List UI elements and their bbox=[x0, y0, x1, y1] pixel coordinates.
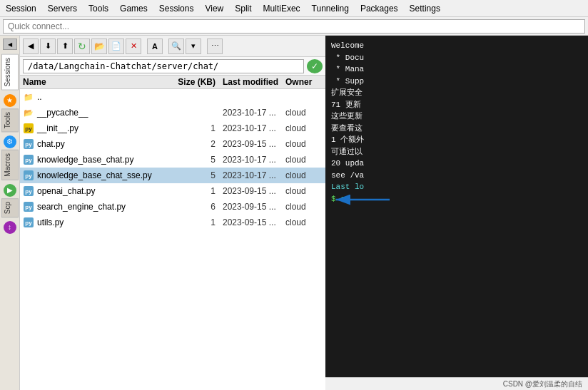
file-owner: cloud bbox=[280, 170, 323, 180]
file-modified: 2023-09-15 ... bbox=[216, 186, 280, 196]
file-list-header: Name Size (KB) Last modified Owner bbox=[20, 76, 325, 89]
file-name: search_engine_chat.py bbox=[37, 202, 166, 212]
menu-games[interactable]: Games bbox=[117, 2, 151, 15]
header-modified[interactable]: Last modified bbox=[216, 77, 280, 87]
rename-button[interactable]: A bbox=[147, 39, 163, 54]
path-ok-button[interactable]: ✓ bbox=[307, 59, 323, 73]
file-size: 1 bbox=[166, 186, 216, 196]
download-icon: ⬇ bbox=[45, 41, 51, 51]
file-name: chat.py bbox=[37, 139, 166, 149]
refresh-button[interactable]: ↻ bbox=[74, 39, 90, 54]
sessions-icon[interactable]: ★ bbox=[4, 94, 16, 107]
table-row[interactable]: py knowledge_base_chat_sse.py 5 2023-10-… bbox=[20, 168, 325, 183]
macros-icon[interactable]: ▶ bbox=[4, 184, 16, 197]
file-owner: cloud bbox=[280, 139, 323, 149]
filter-button[interactable]: ▾ bbox=[186, 39, 201, 54]
py-file-icon: py bbox=[23, 202, 34, 212]
file-name: knowledge_base_chat_sse.py bbox=[37, 170, 166, 180]
folder-icon: 📂 bbox=[94, 41, 105, 51]
folder-special-icon: 📂 bbox=[23, 108, 34, 118]
file-owner: cloud bbox=[280, 186, 323, 196]
refresh-icon: ↻ bbox=[78, 41, 86, 52]
file-toolbar: ◀ ⬇ ⬆ ↻ 📂 📄 ✕ A 🔍 ▾ ⋯ bbox=[20, 36, 325, 57]
delete-button[interactable]: ✕ bbox=[126, 39, 141, 54]
file-name: utils.py bbox=[37, 217, 166, 227]
file-name: knowledge_base_chat.py bbox=[37, 155, 166, 165]
collapse-button[interactable]: ◀ bbox=[3, 39, 17, 50]
file-owner: cloud bbox=[280, 108, 323, 118]
path-input[interactable] bbox=[23, 59, 304, 73]
file-name: __pycache__ bbox=[37, 108, 166, 118]
table-row[interactable]: py knowledge_base_chat.py 5 2023-10-17 .… bbox=[20, 152, 325, 168]
table-row[interactable]: 📂 __pycache__ 2023-10-17 ... cloud bbox=[20, 105, 325, 120]
menu-multiexec[interactable]: MultiExec bbox=[260, 2, 303, 15]
menu-tunneling[interactable]: Tunneling bbox=[309, 2, 352, 15]
file-owner: cloud bbox=[280, 217, 323, 227]
upload-button[interactable]: ⬆ bbox=[57, 39, 73, 54]
file-icon: 📄 bbox=[111, 41, 121, 51]
menu-servers[interactable]: Servers bbox=[45, 2, 80, 15]
sidebar-tab-tools[interactable]: Tools bbox=[1, 108, 19, 132]
header-owner[interactable]: Owner bbox=[280, 77, 323, 87]
back-button[interactable]: ◀ bbox=[23, 39, 39, 54]
file-modified: 2023-09-15 ... bbox=[216, 202, 280, 212]
delete-icon: ✕ bbox=[131, 41, 137, 51]
download-button[interactable]: ⬇ bbox=[40, 39, 56, 54]
sidebar-tab-scp[interactable]: Scp bbox=[1, 198, 19, 217]
file-modified: 2023-10-17 ... bbox=[216, 155, 280, 165]
py-file-icon: py bbox=[23, 170, 34, 180]
left-sidebar: ◀ Sessions ★ Tools ⚙ Macros ▶ Scp ↕ bbox=[0, 36, 20, 390]
header-name[interactable]: Name bbox=[23, 77, 166, 87]
header-size[interactable]: Size (KB) bbox=[166, 77, 216, 87]
file-name: openai_chat.py bbox=[37, 186, 166, 196]
menu-session[interactable]: Session bbox=[3, 2, 39, 15]
terminal-line: Welcome bbox=[331, 40, 582, 52]
terminal-line: 扩展安全 bbox=[331, 87, 582, 99]
rename-icon: A bbox=[152, 42, 158, 51]
terminal-line: * Docu bbox=[331, 52, 582, 64]
more-button[interactable]: ⋯ bbox=[207, 39, 223, 54]
menu-tools[interactable]: Tools bbox=[86, 2, 111, 15]
table-row[interactable]: py __init__.py 1 2023-10-17 ... cloud bbox=[20, 120, 325, 136]
terminal-panel: Welcome * Docu * Mana * Supp扩展安全71 更新这些更… bbox=[325, 36, 588, 390]
tools-icon[interactable]: ⚙ bbox=[4, 135, 16, 148]
menu-packages[interactable]: Packages bbox=[358, 2, 401, 15]
file-modified: 2023-10-17 ... bbox=[216, 170, 280, 180]
scp-icon[interactable]: ↕ bbox=[4, 221, 16, 234]
terminal-line: Last lo bbox=[331, 181, 582, 193]
terminal-line: 要查看这 bbox=[331, 123, 582, 135]
file-modified: 2023-10-17 ... bbox=[216, 123, 280, 133]
menu-bar: Session Servers Tools Games Sessions Vie… bbox=[0, 0, 588, 17]
watermark-text: CSDN @爱刘温柔的自结 bbox=[503, 379, 582, 389]
table-row[interactable]: py search_engine_chat.py 6 2023-09-15 ..… bbox=[20, 199, 325, 215]
sidebar-tab-sessions[interactable]: Sessions bbox=[1, 54, 19, 91]
newfile-button[interactable]: 📄 bbox=[108, 39, 124, 54]
table-row[interactable]: py utils.py 1 2023-09-15 ... cloud bbox=[20, 215, 325, 230]
more-icon: ⋯ bbox=[211, 41, 219, 51]
terminal-content[interactable]: Welcome * Docu * Mana * Supp扩展安全71 更新这些更… bbox=[325, 36, 588, 377]
filter-icon: ▾ bbox=[191, 41, 196, 51]
terminal-line: 这些更新 bbox=[331, 111, 582, 123]
file-name: .. bbox=[37, 92, 166, 102]
menu-view[interactable]: View bbox=[202, 2, 226, 15]
table-row[interactable]: 📁 .. bbox=[20, 89, 325, 105]
table-row[interactable]: py openai_chat.py 1 2023-09-15 ... cloud bbox=[20, 183, 325, 199]
table-row[interactable]: py chat.py 2 2023-09-15 ... cloud bbox=[20, 136, 325, 152]
menu-split[interactable]: Split bbox=[232, 2, 254, 15]
back-icon: ◀ bbox=[28, 41, 34, 51]
quick-connect-input[interactable] bbox=[3, 19, 585, 34]
py-file-icon: py bbox=[23, 186, 34, 196]
bottom-bar: CSDN @爱刘温柔的自结 bbox=[325, 377, 588, 390]
newfolder-button[interactable]: 📂 bbox=[91, 39, 107, 54]
terminal-line: * Supp bbox=[331, 76, 582, 88]
menu-sessions[interactable]: Sessions bbox=[156, 2, 197, 15]
file-size: 5 bbox=[166, 170, 216, 180]
py-file-icon: py bbox=[23, 155, 34, 165]
search-button[interactable]: 🔍 bbox=[168, 39, 184, 54]
file-size: 2 bbox=[166, 139, 216, 149]
py-file-icon: py bbox=[23, 217, 34, 227]
py-file-icon: py bbox=[23, 139, 34, 149]
terminal-line: 可通过以 bbox=[331, 146, 582, 158]
sidebar-tab-macros[interactable]: Macros bbox=[1, 150, 19, 180]
menu-settings[interactable]: Settings bbox=[407, 2, 443, 15]
